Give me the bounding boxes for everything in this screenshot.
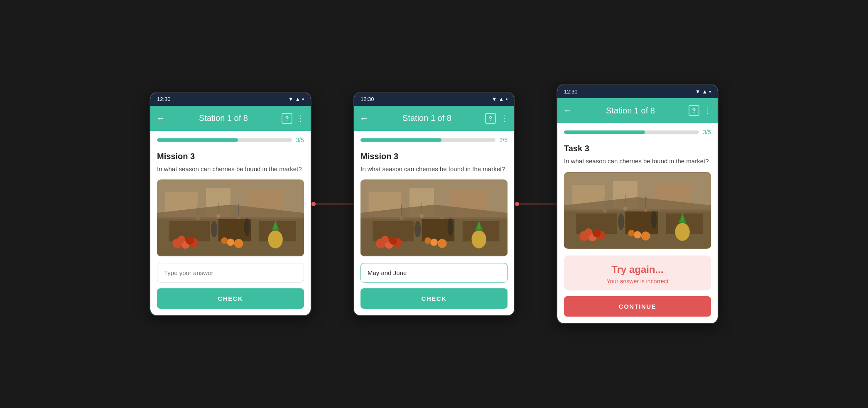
- market-image-3: [564, 172, 711, 249]
- app-bar-1: ← Station 1 of 8 ? ⋮: [150, 106, 311, 131]
- content-3: Task 3 In what season can cherries be fo…: [557, 140, 718, 323]
- check-button-1[interactable]: CHECK: [157, 288, 304, 309]
- progress-label-2: 3/5: [500, 137, 508, 143]
- market-image-2: [360, 179, 508, 256]
- help-icon-1[interactable]: ?: [282, 113, 292, 124]
- check-button-2[interactable]: CHECK: [360, 288, 508, 309]
- status-icons-3: ▼ ▲ ▪: [695, 88, 711, 95]
- dot-2: [515, 202, 519, 206]
- progress-track-1: [157, 138, 292, 142]
- progress-label-1: 3/5: [296, 137, 304, 143]
- phone-3: 12:30 ▼ ▲ ▪ ← Station 1 of 8 ? ⋮ 3/5 Tas: [557, 84, 718, 324]
- question-text-3: In what season can cherries be found in …: [564, 157, 711, 166]
- question-text-2: In what season can cherries be found in …: [360, 165, 508, 174]
- svg-rect-29: [157, 180, 304, 256]
- app-bar-title-1: Station 1 of 8: [170, 113, 277, 123]
- content-2: Mission 3 In what season can cherries be…: [354, 147, 514, 316]
- signal-icon-2: ▲: [499, 96, 504, 102]
- try-again-title: Try again...: [570, 264, 705, 275]
- help-icon-3[interactable]: ?: [689, 105, 699, 116]
- question-text-1: In what season can cherries be found in …: [157, 165, 304, 174]
- app-bar-3: ← Station 1 of 8 ? ⋮: [557, 98, 718, 123]
- answer-input-2[interactable]: [360, 263, 508, 283]
- status-time-2: 12:30: [360, 96, 374, 102]
- market-svg-2: [360, 179, 508, 256]
- mission-title-3: Task 3: [564, 144, 711, 153]
- status-bar-1: 12:30 ▼ ▲ ▪: [150, 93, 311, 106]
- progress-fill-2: [360, 138, 441, 142]
- svg-rect-89: [564, 172, 711, 248]
- battery-icon-1: ▪: [302, 96, 304, 102]
- battery-icon-2: ▪: [505, 96, 508, 102]
- status-bar-3: 12:30 ▼ ▲ ▪: [557, 85, 718, 98]
- status-time-1: 12:30: [157, 96, 171, 102]
- content-1: Mission 3 In what season can cherries be…: [150, 147, 311, 316]
- market-image-1: [157, 179, 304, 256]
- status-time-3: 12:30: [564, 88, 578, 95]
- try-again-subtitle: Your answer is incorrect: [570, 278, 705, 285]
- answer-input-1[interactable]: [157, 263, 304, 283]
- menu-icon-2[interactable]: ⋮: [500, 113, 508, 123]
- status-bar-2: 12:30 ▼ ▲ ▪: [354, 93, 514, 106]
- market-svg-3: [564, 172, 711, 249]
- back-button-3[interactable]: ←: [563, 105, 572, 116]
- connector-1-2: →: [311, 204, 353, 204]
- signal-icon-1: ▲: [295, 96, 301, 102]
- phone-2: 12:30 ▼ ▲ ▪ ← Station 1 of 8 ? ⋮ 3/5 Mis: [353, 92, 515, 317]
- mission-title-1: Mission 3: [157, 152, 304, 161]
- back-button-2[interactable]: ←: [360, 113, 369, 124]
- svg-rect-59: [360, 180, 508, 256]
- progress-label-3: 3/5: [703, 129, 711, 135]
- dot-1: [311, 202, 316, 206]
- app-bar-title-2: Station 1 of 8: [374, 113, 480, 123]
- app-bar-2: ← Station 1 of 8 ? ⋮: [354, 106, 514, 131]
- progress-track-2: [360, 138, 495, 142]
- continue-button[interactable]: CONTINUE: [564, 296, 711, 317]
- try-again-panel: Try again... Your answer is incorrect: [564, 256, 711, 290]
- wifi-icon-2: ▼: [492, 96, 497, 102]
- app-bar-icons-1: ? ⋮: [282, 113, 305, 124]
- back-button-1[interactable]: ←: [156, 113, 165, 124]
- phone-1: 12:30 ▼ ▲ ▪ ← Station 1 of 8 ? ⋮ 3/5 Mis: [150, 92, 311, 317]
- status-icons-1: ▼ ▲ ▪: [288, 96, 304, 102]
- app-bar-icons-2: ? ⋮: [485, 113, 508, 124]
- progress-fill-3: [564, 130, 645, 134]
- signal-icon-3: ▲: [702, 88, 708, 95]
- wifi-icon-1: ▼: [288, 96, 294, 102]
- help-icon-2[interactable]: ?: [485, 113, 496, 124]
- market-svg-1: [157, 179, 304, 256]
- status-icons-2: ▼ ▲ ▪: [492, 96, 508, 102]
- app-bar-icons-3: ? ⋮: [689, 105, 712, 116]
- progress-fill-1: [157, 138, 238, 142]
- connector-2-3: →: [515, 204, 557, 204]
- menu-icon-1[interactable]: ⋮: [297, 113, 305, 123]
- wifi-icon-3: ▼: [695, 88, 701, 95]
- mission-title-2: Mission 3: [360, 152, 508, 161]
- progress-track-3: [564, 130, 699, 134]
- progress-section-2: 3/5: [354, 131, 514, 147]
- phones-row: 12:30 ▼ ▲ ▪ ← Station 1 of 8 ? ⋮ 3/5 Mis: [150, 84, 718, 324]
- menu-icon-3[interactable]: ⋮: [704, 106, 712, 116]
- progress-section-3: 3/5: [557, 123, 718, 140]
- progress-section-1: 3/5: [150, 131, 311, 147]
- battery-icon-3: ▪: [709, 88, 711, 95]
- app-bar-title-3: Station 1 of 8: [577, 106, 684, 116]
